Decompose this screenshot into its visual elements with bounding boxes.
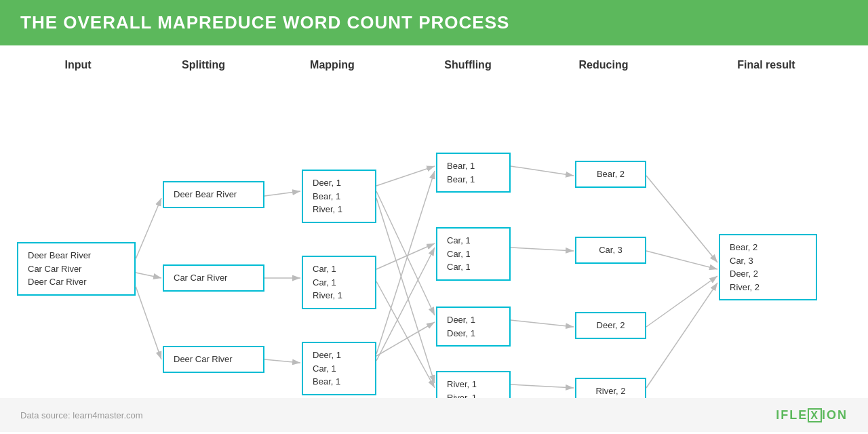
svg-line-7 bbox=[376, 166, 435, 186]
main-diagram: Input Splitting Mapping Shuffling Reduci… bbox=[0, 45, 868, 432]
svg-line-8 bbox=[376, 198, 435, 383]
svg-line-3 bbox=[136, 286, 161, 359]
svg-line-9 bbox=[376, 243, 435, 269]
svg-line-16 bbox=[511, 248, 574, 251]
col-reducing: Reducing bbox=[579, 59, 629, 71]
logo-text-ion: ION bbox=[822, 408, 848, 422]
logo-text-ifle: IFLE bbox=[776, 408, 808, 422]
footer: Data source: learn4master.com IFLEXION bbox=[0, 398, 868, 432]
logo-bracket: X bbox=[808, 408, 822, 422]
map-box-3: Deer, 1 Car, 1 Bear, 1 bbox=[302, 342, 376, 395]
footer-source: Data source: learn4master.com bbox=[20, 410, 143, 420]
reduce-box-1: Bear, 2 bbox=[575, 161, 646, 188]
col-final: Final result bbox=[737, 59, 795, 71]
svg-line-18 bbox=[511, 384, 574, 388]
arrows-svg bbox=[0, 45, 868, 398]
shuffle-box-2: Car, 1 Car, 1 Car, 1 bbox=[436, 227, 511, 281]
col-input: Input bbox=[64, 59, 91, 71]
header: THE OVERALL MAPREDUCE WORD COUNT PROCESS bbox=[0, 0, 868, 45]
svg-line-13 bbox=[376, 191, 435, 315]
input-line-3: Deer Car River bbox=[28, 275, 125, 289]
svg-line-2 bbox=[136, 273, 161, 278]
col-splitting: Splitting bbox=[182, 59, 225, 71]
svg-line-17 bbox=[511, 320, 574, 327]
col-shuffling: Shuffling bbox=[444, 59, 491, 71]
split-box-2: Car Car River bbox=[163, 264, 264, 292]
final-box: Bear, 2 Car, 3 Deer, 2 River, 2 bbox=[719, 234, 817, 300]
shuffle-box-1: Bear, 1 Bear, 1 bbox=[436, 153, 511, 193]
reduce-box-2: Car, 3 bbox=[575, 237, 646, 264]
map-box-2: Car, 1 Car, 1 River, 1 bbox=[302, 256, 376, 309]
svg-line-15 bbox=[511, 166, 574, 176]
col-mapping: Mapping bbox=[310, 59, 355, 71]
svg-line-11 bbox=[376, 171, 435, 354]
svg-line-19 bbox=[646, 176, 717, 262]
svg-line-14 bbox=[376, 322, 435, 356]
svg-line-10 bbox=[376, 281, 435, 388]
svg-line-22 bbox=[646, 283, 717, 388]
svg-line-4 bbox=[264, 191, 300, 196]
input-line-1: Deer Bear River bbox=[28, 249, 125, 262]
shuffle-box-3: Deer, 1 Deer, 1 bbox=[436, 307, 511, 347]
logo: IFLEXION bbox=[776, 408, 848, 422]
input-line-2: Car Car River bbox=[28, 262, 125, 276]
split-box-3: Deer Car River bbox=[163, 346, 264, 373]
split-box-1: Deer Bear River bbox=[163, 181, 264, 208]
header-title: THE OVERALL MAPREDUCE WORD COUNT PROCESS bbox=[20, 12, 509, 33]
svg-line-1 bbox=[136, 198, 161, 259]
input-box: Deer Bear River Car Car River Deer Car R… bbox=[17, 242, 136, 296]
svg-line-6 bbox=[264, 359, 300, 363]
reduce-box-3: Deer, 2 bbox=[575, 312, 646, 339]
svg-line-20 bbox=[646, 251, 717, 269]
map-box-1: Deer, 1 Bear, 1 River, 1 bbox=[302, 170, 376, 223]
svg-line-12 bbox=[376, 248, 435, 361]
svg-line-21 bbox=[646, 276, 717, 327]
